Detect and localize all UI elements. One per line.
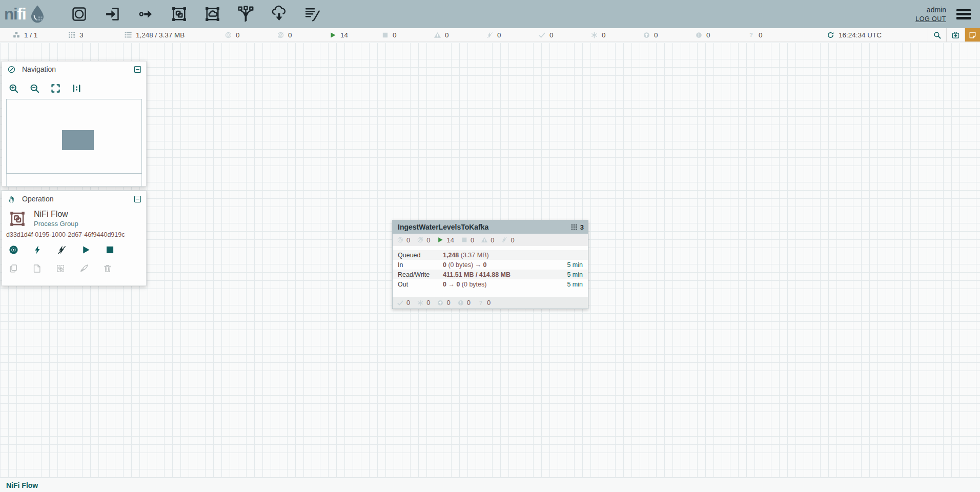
input-port-icon[interactable]	[104, 5, 121, 23]
global-menu-button[interactable]	[956, 9, 971, 19]
user-box: admin LOG OUT	[915, 6, 953, 23]
sync-failure-icon: ?	[747, 31, 755, 39]
start-button[interactable]	[80, 244, 91, 255]
stat-value-part: (0 bytes) →	[446, 261, 483, 269]
disable-button[interactable]	[56, 244, 67, 255]
component-toolbar	[70, 5, 321, 23]
stat-time-window: 5 min	[567, 271, 583, 278]
color-button[interactable]	[79, 263, 89, 274]
processor-icon[interactable]	[70, 5, 88, 23]
zoom-out-button[interactable]	[29, 83, 40, 94]
selected-component-id: d33d1d4f-0195-1000-2d67-46f9440d919c	[2, 228, 146, 238]
not-transmitting-count: 0	[277, 31, 329, 39]
stat-value: 1,248 (3.37 MB)	[443, 252, 583, 259]
stat-row: Out0 → 0 (0 bytes)5 min	[393, 279, 588, 289]
operation-panel-header: Operation	[2, 191, 146, 207]
utilities-button[interactable]	[946, 28, 965, 42]
not-transmitting-count-value: 0	[426, 236, 430, 244]
warning-icon	[434, 31, 441, 39]
up-to-date-count: 0	[397, 299, 410, 306]
output-port-icon[interactable]	[137, 5, 155, 23]
refresh-status: 16:24:34 UTC	[827, 31, 882, 39]
warning-count-value: 0	[491, 236, 494, 244]
process-group-icon[interactable]	[170, 5, 188, 23]
copy-button[interactable]	[8, 263, 18, 274]
zoom-in-button[interactable]	[8, 83, 19, 94]
breadcrumb-root[interactable]: NiFi Flow	[6, 481, 38, 489]
selected-component-type: Process Group	[34, 220, 78, 228]
transmitting-icon	[224, 31, 232, 39]
search-icon	[933, 31, 942, 39]
queued-status: 1,248 / 3.37 MB	[124, 31, 224, 39]
stat-label: In	[398, 261, 443, 269]
stop-button[interactable]	[105, 244, 115, 255]
zoom-actual-size-button[interactable]	[71, 83, 82, 94]
locally-modified-count-value: 0	[426, 299, 430, 306]
remote-process-group-icon[interactable]	[203, 5, 221, 23]
sync-failure-count-value: 0	[487, 299, 491, 306]
minimap-component-rect	[62, 130, 94, 150]
funnel-icon[interactable]	[237, 5, 255, 23]
locally-modified-stale-icon	[695, 31, 703, 39]
stat-row: In0 (0 bytes) → 05 min	[393, 260, 588, 270]
stat-value-part: 411.51 MB / 414.88 MB	[443, 271, 511, 278]
running-icon	[329, 31, 337, 39]
running-count: 14	[437, 236, 454, 244]
selected-component-name: NiFi Flow	[34, 210, 78, 219]
configure-button[interactable]	[8, 244, 19, 255]
stat-label: Read/Write	[398, 271, 443, 278]
stopped-icon	[461, 236, 468, 243]
navigation-panel-title: Navigation	[22, 65, 133, 73]
process-group-version-counts: 0000?0	[393, 297, 588, 309]
breadcrumb-bar: NiFi Flow	[0, 478, 980, 492]
operation-secondary-actions	[2, 255, 146, 274]
log-out-link[interactable]: LOG OUT	[915, 15, 946, 23]
label-icon[interactable]	[303, 5, 321, 23]
svg-text:?: ?	[749, 32, 753, 38]
process-group-name: IngestWaterLevelsToKafka	[398, 223, 570, 231]
stat-value-part: →	[446, 281, 456, 288]
first-aid-kit-icon	[951, 31, 960, 39]
contained-count-value: 3	[580, 223, 584, 231]
zoom-fit-button[interactable]	[50, 83, 61, 94]
collapse-operation-button[interactable]	[133, 195, 142, 203]
queued-count: 1,248 / 3.37 MB	[136, 31, 185, 39]
compass-icon	[7, 65, 16, 74]
refresh-icon[interactable]	[827, 31, 834, 39]
bulletin-board-button[interactable]	[965, 28, 980, 42]
stat-label: Out	[398, 281, 443, 288]
navigation-panel-header: Navigation	[2, 61, 146, 77]
stale-count: 0	[643, 31, 695, 39]
group-button[interactable]	[55, 263, 66, 274]
hand-pointer-icon	[7, 195, 16, 203]
logo-droplet-icon	[27, 3, 48, 26]
stat-value-part: (3.37 MB)	[459, 252, 488, 259]
collapse-navigation-button[interactable]	[133, 65, 142, 74]
birdseye-minimap[interactable]	[6, 99, 142, 174]
delete-button[interactable]	[103, 263, 113, 274]
stale-count-value: 0	[446, 299, 450, 306]
process-group-count: 3	[79, 31, 84, 39]
enable-button[interactable]	[32, 244, 43, 255]
process-group-icon	[7, 210, 28, 228]
sync-failure-icon: ?	[477, 299, 484, 306]
stat-value-part: 1,248	[443, 252, 459, 259]
cluster-icon	[12, 31, 21, 39]
search-button[interactable]	[928, 28, 946, 42]
stopped-icon	[381, 31, 389, 39]
stopped-count: 0	[381, 31, 434, 39]
process-group-node-header[interactable]: IngestWaterLevelsToKafka 3	[393, 220, 588, 234]
stopped-count: 0	[461, 236, 474, 244]
paste-button[interactable]	[32, 263, 42, 274]
disabled-icon	[486, 31, 494, 39]
stat-label: Queued	[398, 252, 443, 259]
locally-modified-stale-count-value: 0	[706, 31, 710, 39]
up-to-date-count-value: 0	[549, 31, 554, 39]
stale-icon	[643, 31, 650, 39]
flow-canvas[interactable]: Navigation Operation	[0, 43, 980, 478]
disabled-count-value: 0	[497, 31, 501, 39]
locally-modified-icon	[417, 299, 424, 306]
template-icon[interactable]	[270, 5, 288, 23]
stat-value: 411.51 MB / 414.88 MB	[443, 271, 567, 278]
process-group-node[interactable]: IngestWaterLevelsToKafka 3 0014000 Queue…	[392, 220, 588, 309]
